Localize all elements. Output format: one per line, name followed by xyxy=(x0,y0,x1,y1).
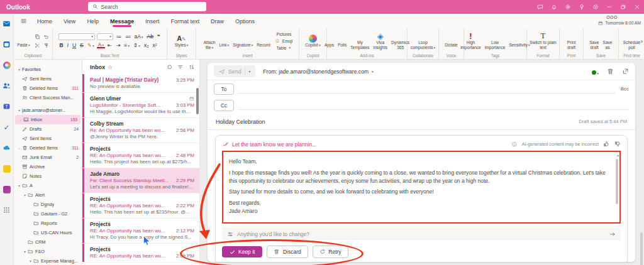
font-name-dropdown[interactable]: ▾ xyxy=(58,33,95,40)
scissors-icon[interactable] xyxy=(34,41,42,49)
hamburger-menu-icon[interactable] xyxy=(20,18,27,24)
apps-icon[interactable] xyxy=(3,206,11,214)
retry-button[interactable]: Retry xyxy=(313,246,348,258)
search-input[interactable]: Search xyxy=(88,2,206,11)
people-icon[interactable] xyxy=(3,82,11,90)
message-item[interactable]: Jade AmaroFw: Client Success Standup Mee… xyxy=(82,168,199,193)
link-button[interactable]: Link▾ xyxy=(218,34,230,48)
send-button[interactable]: Send ▾ xyxy=(214,65,255,77)
onedrive-icon[interactable] xyxy=(3,144,11,152)
attach-file-button[interactable]: Attachfile▾ xyxy=(203,31,217,50)
copilot-button[interactable]: Copilot▾ xyxy=(304,34,321,48)
keep-it-button[interactable]: Keep it xyxy=(222,246,262,257)
paste-button[interactable]: Paste▾ xyxy=(16,34,31,48)
polls-button[interactable]: Polls xyxy=(336,34,348,48)
folder-item-notes[interactable]: Notes xyxy=(14,171,82,181)
close-icon[interactable] xyxy=(634,4,640,10)
folder-item-archive[interactable]: Archive xyxy=(14,162,82,171)
tab-format-text[interactable]: Format text xyxy=(170,14,199,28)
line-spacing-button[interactable]: ⇕▾ xyxy=(133,42,142,48)
save-as-button[interactable]: Saveas xyxy=(602,31,614,50)
tab-message[interactable]: Message xyxy=(110,14,134,28)
subscript-button[interactable]: x₂ xyxy=(143,42,150,48)
teams-icon[interactable]: T xyxy=(3,102,11,111)
clear-format-button[interactable]: Ab xyxy=(146,33,154,40)
message-item[interactable]: ProjectsRE: An Opportunity has been wo..… xyxy=(82,193,199,219)
folder-item-reports[interactable]: Reports xyxy=(14,219,82,228)
switch-to-plain-text-button[interactable]: TSwitch to plaintext xyxy=(528,31,558,50)
folder-item-us-can-hours[interactable]: US-CAN Hours xyxy=(14,228,82,237)
dynamics-icon[interactable] xyxy=(3,185,11,193)
chat-icon[interactable] xyxy=(537,4,543,10)
submit-arrow-icon[interactable] xyxy=(609,231,616,237)
apps-button[interactable]: Apps xyxy=(323,34,335,48)
dictate-button[interactable]: Dictate xyxy=(443,34,459,48)
thumbs-down-icon[interactable] xyxy=(614,141,621,148)
info-icon[interactable] xyxy=(511,141,518,148)
indent-decrease-button[interactable]: ⇤ xyxy=(107,42,113,48)
folder-item-sent-items[interactable]: Sent Items xyxy=(14,134,82,143)
gear-icon[interactable] xyxy=(565,4,571,10)
loop-components-button[interactable]: Loopcomponents▾ xyxy=(409,31,437,50)
highlight-button[interactable]: ✎▾ xyxy=(86,42,95,48)
folder-item-junk-email[interactable]: Junk Email2 xyxy=(14,153,82,162)
folder-item-a[interactable]: ▾A xyxy=(14,181,82,190)
list-scrollbar[interactable] xyxy=(196,88,199,114)
tab-view[interactable]: View xyxy=(64,14,75,28)
restore-icon[interactable] xyxy=(620,4,626,10)
folder-item-drafts[interactable]: Drafts24 xyxy=(14,124,82,134)
calendar-icon[interactable] xyxy=(3,40,11,48)
discard-button[interactable]: Discard xyxy=(267,246,308,258)
painter-icon[interactable] xyxy=(43,41,50,49)
strikethrough-button[interactable]: S xyxy=(79,42,85,48)
print-draft-button[interactable]: Printdraft xyxy=(566,31,577,50)
filter-icon[interactable] xyxy=(177,64,184,70)
viva-insights-button[interactable]: ◈VivaInsights xyxy=(372,31,389,50)
folder-item-inbox[interactable]: ›Inbox169 xyxy=(15,115,80,124)
assist-icon[interactable] xyxy=(592,4,599,10)
todo-icon[interactable]: ✓ xyxy=(3,123,11,131)
from-selector[interactable]: From: jade.amaro@stoneridgesoftware.com▾ xyxy=(263,68,374,75)
bold-button[interactable]: B xyxy=(58,42,64,48)
folder-item-gautam-g2[interactable]: Gautam - G2 xyxy=(14,209,82,219)
quote-button[interactable]: ❝ xyxy=(157,33,162,40)
folder-item-deleted-items[interactable]: ›Deleted Items311 xyxy=(14,143,82,153)
select-all-icon[interactable] xyxy=(167,64,173,70)
low-importance-button[interactable]: Lowimportance xyxy=(484,31,507,50)
save-draft-button[interactable]: Savedraft xyxy=(588,31,600,50)
high-importance-button[interactable]: !Highimportance xyxy=(459,31,482,50)
superscript-button[interactable]: x² xyxy=(152,42,158,48)
tab-options[interactable]: Options xyxy=(235,14,255,28)
folder-item-alert[interactable]: ▾Alert xyxy=(14,190,82,200)
align-button[interactable]: ≡▾ xyxy=(123,42,131,48)
minimize-icon[interactable] xyxy=(606,4,613,10)
to-field[interactable] xyxy=(239,84,616,94)
ribbon-overflow-chevron[interactable]: › xyxy=(641,38,643,45)
bulb-icon[interactable] xyxy=(579,4,585,10)
my-templates-button[interactable]: MyTemplates xyxy=(349,31,370,50)
message-item[interactable]: ProjectsRE: An Opportunity has been wo..… xyxy=(82,244,199,262)
folder-item-sent-items[interactable]: Sent Items xyxy=(14,74,82,84)
cc-field[interactable] xyxy=(239,101,629,110)
message-item[interactable]: Glenn UlmerLogicMonitor - Stoneridge Sof… xyxy=(82,93,199,118)
mail-icon[interactable] xyxy=(3,19,11,28)
numbering-button[interactable]: ≕ xyxy=(124,33,131,40)
cc-button[interactable]: Cc xyxy=(214,100,234,111)
discard-draft-icon[interactable] xyxy=(607,68,614,75)
generated-email-body[interactable]: Hello Team,I hope this message finds you… xyxy=(223,152,619,222)
change-case-button[interactable]: aA▾ xyxy=(133,33,144,40)
to-button[interactable]: To xyxy=(214,84,234,95)
bell-icon[interactable] xyxy=(551,4,557,10)
favorite-star-icon[interactable]: ☆ xyxy=(108,64,113,70)
copy-icon[interactable] xyxy=(34,33,42,40)
indent-increase-button[interactable]: ⇥ xyxy=(115,42,121,48)
folder-item-jade-amaro-stoner[interactable]: ▾jade.amaro@stoner... xyxy=(14,105,82,115)
folder-item-f-o[interactable]: ▾F&O xyxy=(14,247,82,256)
notes-icon[interactable] xyxy=(3,165,11,173)
thumbs-up-icon[interactable] xyxy=(603,141,610,148)
message-item[interactable]: Colby StreamRe: An Opportunity has been … xyxy=(82,118,199,143)
copilot-refine-input[interactable]: Anything you'd like to change? xyxy=(222,227,621,241)
tab-draw[interactable]: Draw xyxy=(211,14,224,28)
presence-indicator[interactable]: ▾ xyxy=(592,66,599,77)
folder-item-expense-manag[interactable]: ▾Expense Manag... xyxy=(14,256,82,265)
